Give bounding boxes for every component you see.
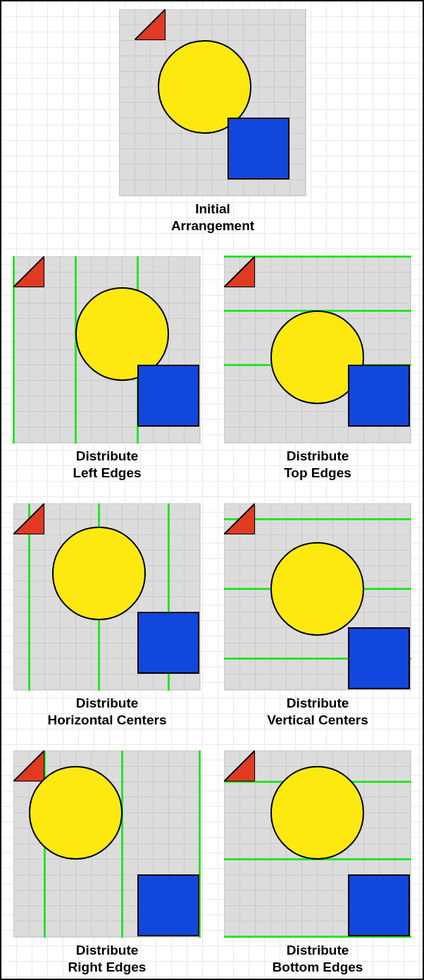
guide-line — [121, 750, 123, 938]
canvas-initial — [119, 9, 306, 196]
circle-shape — [270, 542, 364, 636]
panel-hcenters: Distribute Horizontal Centers — [13, 503, 201, 729]
canvas-top — [224, 256, 411, 444]
square-shape — [348, 874, 410, 936]
caption-top: Distribute Top Edges — [224, 448, 411, 482]
caption-initial: Initial Arrangement — [119, 201, 306, 234]
diagram-page: Initial Arrangement Distribute Left Edge… — [0, 0, 424, 980]
caption-bottom: Distribute Bottom Edges — [224, 942, 411, 976]
square-shape — [137, 612, 199, 674]
panel-top-edges: Distribute Top Edges — [224, 256, 411, 482]
triangle-shape — [13, 503, 44, 534]
square-shape — [137, 365, 199, 427]
triangle-shape — [13, 256, 44, 287]
canvas-right — [13, 750, 201, 938]
canvas-vcenters — [224, 503, 411, 691]
square-shape — [348, 627, 410, 689]
triangle-shape — [13, 750, 44, 781]
square-shape — [227, 118, 289, 180]
canvas-bottom — [224, 750, 411, 938]
triangle-shape — [135, 9, 166, 40]
panel-bottom-edges: Distribute Bottom Edges — [224, 750, 411, 976]
canvas-hcenters — [13, 503, 201, 691]
svg-marker-4 — [224, 503, 255, 534]
square-shape — [137, 874, 199, 936]
square-shape — [348, 365, 410, 427]
caption-hcenters: Distribute Horizontal Centers — [13, 695, 201, 729]
panel-vcenters: Distribute Vertical Centers — [224, 503, 411, 729]
panel-right-edges: Distribute Right Edges — [13, 750, 201, 976]
caption-vcenters: Distribute Vertical Centers — [224, 695, 411, 729]
svg-marker-3 — [13, 503, 44, 534]
svg-marker-6 — [224, 750, 255, 781]
svg-marker-5 — [13, 750, 44, 781]
triangle-shape — [224, 256, 255, 287]
guide-line — [75, 256, 77, 444]
circle-shape — [29, 766, 123, 860]
canvas-left — [13, 256, 201, 444]
triangle-shape — [224, 503, 255, 534]
triangle-shape — [224, 750, 255, 781]
circle-shape — [52, 527, 146, 620]
circle-shape — [270, 766, 364, 860]
caption-left: Distribute Left Edges — [13, 448, 201, 482]
svg-marker-1 — [13, 256, 44, 287]
svg-marker-2 — [224, 256, 255, 287]
caption-right: Distribute Right Edges — [13, 942, 201, 976]
svg-marker-0 — [135, 9, 166, 40]
panel-left-edges: Distribute Left Edges — [13, 256, 201, 482]
panel-initial: Initial Arrangement — [119, 9, 306, 234]
